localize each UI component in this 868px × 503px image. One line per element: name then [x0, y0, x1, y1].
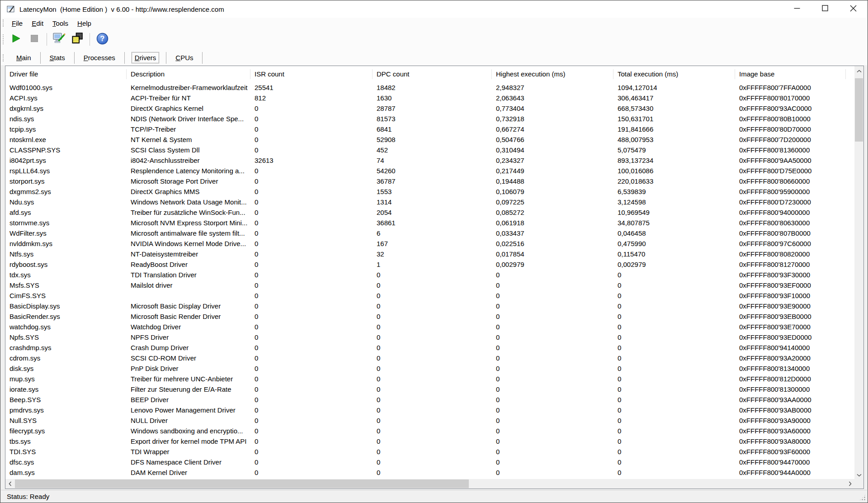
vertical-scrollbar[interactable]: [854, 66, 863, 479]
table-row[interactable]: BasicRender.sysMicrosoft Basic Render Dr…: [5, 311, 854, 322]
cell-dpc-count: 452: [373, 146, 492, 154]
table-row[interactable]: filecrypt.sysWindows sandboxing and encr…: [5, 426, 854, 436]
column-header-driver-file[interactable]: Driver file: [5, 66, 127, 82]
cell-isr-count: 0: [250, 437, 373, 445]
cell-total-execution-ms: 0: [613, 396, 735, 403]
table-row[interactable]: CLASSPNP.SYSSCSI Class System Dll04520,3…: [5, 145, 854, 155]
table-row[interactable]: ntoskrnl.exeNT Kernel & System0529080,50…: [5, 134, 854, 145]
menu-file[interactable]: File: [7, 19, 27, 28]
cell-description: Watchdog Driver: [127, 323, 250, 331]
close-button[interactable]: [839, 0, 867, 18]
table-row[interactable]: mup.sysTreiber für mehrere UNC-Anbieter0…: [5, 374, 854, 384]
tab-main[interactable]: Main: [16, 54, 31, 62]
table-row[interactable]: dam.sysDAM Kernel Driver00000xFFFFF800'9…: [5, 467, 854, 478]
tab-drivers[interactable]: Drivers: [132, 52, 160, 63]
cell-driver-file: Wdf01000.sys: [5, 84, 127, 91]
cell-driver-file: dxgkrnl.sys: [5, 104, 127, 112]
menu-tools[interactable]: Tools: [48, 19, 73, 28]
table-row[interactable]: storport.sysMicrosoft Storage Port Drive…: [5, 176, 854, 186]
column-header-dpc-count[interactable]: DPC count: [373, 66, 492, 82]
cell-description: NVIDIA Windows Kernel Mode Drive...: [127, 240, 250, 247]
start-monitor-button[interactable]: [9, 32, 24, 47]
table-row[interactable]: TDI.SYSTDI Wrapper00000xFFFFF800'93F6000…: [5, 446, 854, 457]
column-separator[interactable]: [845, 69, 846, 79]
cell-highest-execution-ms: 0: [492, 333, 613, 341]
table-row[interactable]: Msfs.SYSMailslot driver00000xFFFFF800'93…: [5, 280, 854, 290]
maximize-button[interactable]: [811, 0, 839, 18]
column-header-image-base[interactable]: Image base: [735, 66, 846, 82]
drivers-table: Driver fileDescriptionISR countDPC count…: [5, 66, 864, 489]
analyze-button[interactable]: [52, 32, 67, 47]
column-header-highest-execution-ms[interactable]: Highest execution (ms): [492, 66, 613, 82]
table-row[interactable]: tbs.sysExport driver for kernel mode TPM…: [5, 436, 854, 446]
table-row[interactable]: Beep.SYSBEEP Driver00000xFFFFF800'93AA00…: [5, 394, 854, 405]
table-row[interactable]: tcpip.sysTCP/IP-Treiber068410,667274191,…: [5, 124, 854, 134]
table-row[interactable]: WdFilter.sysMicrosoft antimalware file s…: [5, 228, 854, 238]
minimize-button[interactable]: [783, 0, 811, 18]
cell-total-execution-ms: 0: [613, 448, 735, 456]
table-row[interactable]: iorate.sysFilter zur Steuerung der E/A-R…: [5, 384, 854, 394]
table-row[interactable]: pmdrvs.sysLenovo Power Management Driver…: [5, 405, 854, 415]
table-row[interactable]: dxgmms2.sysDirectX Graphics MMS015530,10…: [5, 186, 854, 197]
table-row[interactable]: nvlddmkm.sysNVIDIA Windows Kernel Mode D…: [5, 238, 854, 249]
table-row[interactable]: rdyboost.sysReadyBoost Driver010,0029790…: [5, 259, 854, 270]
help-button[interactable]: ?: [94, 32, 110, 47]
cell-image-base: 0xFFFFF800'95900000: [735, 188, 846, 195]
table-row[interactable]: stornvme.sysMicrosoft NVM Express Storpo…: [5, 218, 854, 228]
table-row[interactable]: watchdog.sysWatchdog Driver00000xFFFFF80…: [5, 322, 854, 332]
cell-dpc-count: 1630: [373, 94, 492, 102]
table-row[interactable]: ACPI.sysACPI-Treiber für NT81216302,0636…: [5, 93, 854, 103]
table-row[interactable]: ndis.sysNDIS (Network Driver Interface S…: [5, 114, 854, 124]
cell-dpc-count: 0: [373, 344, 492, 351]
cell-description: ReadyBoost Driver: [127, 261, 250, 268]
menu-edit[interactable]: Edit: [27, 19, 48, 28]
cell-isr-count: 25541: [250, 84, 373, 91]
window-controls: [783, 0, 867, 18]
vertical-scroll-thumb[interactable]: [855, 78, 863, 142]
cell-isr-count: 0: [250, 167, 373, 175]
tab-processes[interactable]: Processes: [84, 54, 115, 62]
cell-description: NT Kernel & System: [127, 136, 250, 143]
copy-report-button[interactable]: [70, 32, 85, 47]
cell-description: PnP Disk Driver: [127, 365, 250, 372]
scroll-up-button[interactable]: [854, 66, 863, 75]
cell-image-base: 0xFFFFF800'93A80000: [735, 437, 846, 445]
horizontal-scroll-thumb[interactable]: [15, 479, 469, 488]
horizontal-scrollbar[interactable]: [5, 479, 854, 489]
table-row[interactable]: rspLLL64.sysResplendence Latency Monitor…: [5, 166, 854, 176]
column-header-description[interactable]: Description: [127, 66, 250, 82]
cell-driver-file: BasicDisplay.sys: [5, 302, 127, 310]
menu-help[interactable]: Help: [73, 19, 96, 28]
resize-grip[interactable]: [859, 494, 866, 501]
cell-driver-file: crashdmp.sys: [5, 344, 127, 351]
scroll-right-button[interactable]: [845, 479, 854, 489]
scroll-left-button[interactable]: [5, 479, 14, 489]
cell-image-base: 0xFFFFF800'93E90000: [735, 302, 846, 310]
table-row[interactable]: BasicDisplay.sysMicrosoft Basic Display …: [5, 301, 854, 311]
scroll-down-button[interactable]: [854, 470, 863, 479]
table-row[interactable]: Npfs.SYSNPFS Driver00000xFFFFF800'93ED00…: [5, 332, 854, 342]
tab-separator: [124, 52, 125, 64]
column-header-isr-count[interactable]: ISR count: [250, 66, 373, 82]
table-row[interactable]: Wdf01000.sysKernelmodustreiber-Framework…: [5, 82, 854, 93]
table-row[interactable]: dxgkrnl.sysDirectX Graphics Kernel028787…: [5, 103, 854, 114]
table-row[interactable]: CimFS.SYS00000xFFFFF800'93F10000: [5, 290, 854, 301]
table-row[interactable]: disk.sysPnP Disk Driver00000xFFFFF800'81…: [5, 363, 854, 374]
table-row[interactable]: crashdmp.sysCrash Dump Driver00000xFFFFF…: [5, 342, 854, 353]
cell-total-execution-ms: 0: [613, 437, 735, 445]
tab-cpus[interactable]: CPUs: [175, 54, 193, 62]
cell-image-base: 0xFFFFF800'812D0000: [735, 375, 846, 383]
table-row[interactable]: Null.SYSNULL Driver00000xFFFFF800'93A900…: [5, 415, 854, 426]
table-row[interactable]: Ntfs.sysNT-Dateisystemtreiber0320,017854…: [5, 249, 854, 259]
stop-monitor-button[interactable]: [27, 32, 42, 47]
tab-stats[interactable]: Stats: [50, 54, 65, 62]
column-header-total-execution-ms[interactable]: Total execution (ms): [613, 66, 735, 82]
table-row[interactable]: cdrom.sysSCSI CD-ROM Driver00000xFFFFF80…: [5, 353, 854, 363]
table-row[interactable]: tdx.sysTDI Translation Driver00000xFFFFF…: [5, 270, 854, 280]
cell-image-base: 0xFFFFF800'944A0000: [735, 469, 846, 476]
table-row[interactable]: afd.sysTreiber für zusätzliche WinSock-F…: [5, 207, 854, 218]
table-row[interactable]: dfsc.sysDFS Namespace Client Driver00000…: [5, 457, 854, 467]
cell-dpc-count: 2054: [373, 209, 492, 216]
table-row[interactable]: Ndu.sysWindows Network Data Usage Monit.…: [5, 197, 854, 207]
table-row[interactable]: i8042prt.sysi8042-Anschlusstreiber326137…: [5, 155, 854, 166]
